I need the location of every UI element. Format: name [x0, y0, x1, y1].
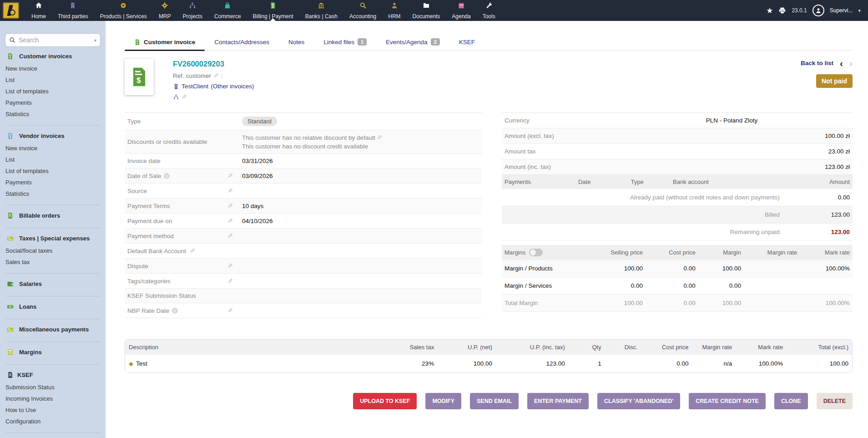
sidebar-item-submission-status[interactable]: Submission Status	[0, 382, 106, 393]
sidebar-item-statistics[interactable]: Statistics	[0, 188, 106, 199]
sidebar-item-how-to-use[interactable]: How to Use	[0, 404, 106, 416]
tab-notes[interactable]: Notes	[279, 35, 314, 50]
pencil-icon[interactable]: ✎	[182, 93, 187, 101]
menu-mrp[interactable]: MRP	[153, 0, 177, 21]
menu-third-parties[interactable]: Third parties	[52, 0, 94, 21]
back-to-list-link[interactable]: Back to list	[801, 60, 833, 66]
sidebar-item-new-invoice[interactable]: New invoice	[0, 63, 106, 74]
detail-columns: Type Standard Discounts or credits avail…	[125, 112, 853, 318]
previous-record-icon[interactable]: ‹	[840, 60, 843, 66]
tab-customer-invoice[interactable]: $ Customer invoice	[125, 35, 205, 50]
menu-label: Banks | Cash	[305, 13, 338, 20]
enter-payment-button[interactable]: ENTER PAYMENT	[527, 393, 589, 409]
tab-linked-files[interactable]: Linked files1	[314, 35, 376, 50]
sidebar-item-list[interactable]: List	[0, 74, 106, 86]
menu-label: Home	[31, 13, 46, 20]
pencil-icon[interactable]: ✎	[227, 172, 233, 179]
margins-toggle[interactable]	[529, 249, 543, 256]
delete-button[interactable]: DELETE	[817, 393, 853, 409]
sidebar-search[interactable]: ▾	[5, 33, 101, 47]
menu-products-services[interactable]: Products | Services	[94, 0, 153, 21]
pencil-icon[interactable]: ✎	[227, 232, 233, 239]
menu-billing-payment[interactable]: $ Billing | Payment	[247, 0, 299, 21]
pencil-icon[interactable]: ✎	[213, 72, 219, 79]
info-icon: i	[172, 308, 178, 314]
other-invoices-link[interactable]: (Other invoices)	[211, 83, 254, 90]
send-email-button[interactable]: SEND EMAIL	[470, 393, 519, 409]
sidebar-section-ksef: KSEF Submission Status Incoming Invoices…	[0, 366, 106, 431]
sidebar-item-social-fiscal-taxes[interactable]: Social/fiscal taxes	[0, 245, 106, 256]
company-icon	[173, 83, 179, 90]
pencil-icon[interactable]: ✎	[227, 307, 233, 314]
ksef-icon	[7, 372, 14, 378]
svg-text:$: $	[272, 5, 274, 9]
sidebar-section-vendor-invoices: $ Vendor invoices New invoice List List …	[0, 127, 106, 203]
search-dropdown-caret[interactable]: ▾	[94, 38, 96, 43]
menu-tools[interactable]: Tools	[477, 0, 501, 21]
menu-home[interactable]: Home	[25, 0, 52, 21]
sidebar-title-loans[interactable]: 0 Loans	[0, 300, 106, 313]
pencil-icon[interactable]: ✎	[227, 202, 233, 209]
thirdparty-link[interactable]: TestClient	[182, 83, 208, 90]
menu-banks-cash[interactable]: Banks | Cash	[299, 0, 343, 21]
sidebar-title-misc-payments[interactable]: Miscellaneous payments	[0, 323, 106, 336]
user-name[interactable]: Supervi...	[830, 7, 853, 14]
pencil-icon[interactable]: ✎	[227, 217, 233, 224]
tab-label: KSEF	[459, 39, 475, 46]
sidebar-title-salaries[interactable]: Salaries	[0, 277, 106, 290]
tab-events-agenda[interactable]: Events/Agenda2	[376, 35, 449, 50]
user-avatar[interactable]	[812, 5, 824, 16]
sidebar-item-list-of-templates[interactable]: List of templates	[0, 86, 106, 97]
tab-bar: $ Customer invoice Contacts/Addresses No…	[125, 35, 853, 51]
upload-to-ksef-button[interactable]: UPLOAD TO KSEF	[353, 393, 417, 409]
menu-label: Commerce	[214, 13, 241, 20]
menu-label: Projects	[183, 13, 202, 20]
app-logo[interactable]	[3, 2, 19, 19]
sidebar-title-margins[interactable]: Margins	[0, 346, 106, 359]
invoice-thumbnail[interactable]: $	[125, 59, 154, 95]
pencil-icon[interactable]: ✎	[377, 134, 382, 141]
sidebar-title-customer-invoices[interactable]: $ Customer invoices	[0, 50, 106, 63]
sidebar-title-billable-orders[interactable]: Billable orders	[0, 209, 106, 222]
sidebar-item-list-of-templates[interactable]: List of templates	[0, 165, 106, 177]
sidebar-item-payments[interactable]: Payments	[0, 177, 106, 188]
tab-contacts-addresses[interactable]: Contacts/Addresses	[205, 35, 279, 50]
menu-commerce[interactable]: Commerce	[208, 0, 247, 21]
tab-ksef[interactable]: KSEF	[449, 35, 484, 50]
billable-orders-icon	[7, 212, 14, 219]
chevron-down-icon[interactable]: ▾	[858, 8, 861, 14]
sidebar-title-taxes[interactable]: Taxes | Special expenses	[0, 232, 106, 245]
topbar-right: ★ 23.0.1 Supervi... ▾	[766, 5, 868, 16]
sidebar-title-ksef[interactable]: KSEF	[0, 368, 106, 382]
sidebar-title-vendor-invoices[interactable]: $ Vendor invoices	[0, 129, 106, 143]
create-credit-note-button[interactable]: CREATE CREDIT NOTE	[689, 393, 766, 409]
sidebar-item-configuration[interactable]: Configuration	[0, 416, 106, 427]
field-row-invoice-date: Invoice date 03/31/2026	[125, 154, 482, 168]
menu-accounting[interactable]: Accounting	[343, 0, 382, 21]
bookmarks-icon[interactable]: ★	[766, 6, 773, 15]
pencil-icon[interactable]: ✎	[227, 262, 233, 270]
sidebar-item-sales-tax[interactable]: Sales tax	[0, 256, 106, 268]
invoice-banner: $ FV2600029203 Ref. customer ✎ : TestCli…	[125, 59, 853, 101]
print-icon[interactable]	[778, 7, 786, 15]
modify-button[interactable]: MODIFY	[425, 393, 461, 409]
menu-documents[interactable]: Documents	[407, 0, 446, 21]
project-icon[interactable]	[173, 94, 179, 100]
sidebar-item-payments[interactable]: Payments	[0, 97, 106, 108]
sidebar-item-new-invoice[interactable]: New invoice	[0, 143, 106, 154]
pencil-icon[interactable]: ✎	[190, 247, 195, 255]
classify-abandoned-button[interactable]: CLASSIFY 'ABANDONED'	[597, 393, 680, 409]
clone-button[interactable]: CLONE	[774, 393, 808, 409]
sidebar-item-list[interactable]: List	[0, 154, 106, 165]
menu-agenda[interactable]: Agenda	[446, 0, 476, 21]
search-input[interactable]	[19, 36, 91, 44]
ref-customer-label: Ref. customer	[173, 72, 211, 79]
pencil-icon[interactable]: ✎	[227, 277, 233, 285]
pencil-icon[interactable]: ✎	[227, 187, 233, 194]
product-link[interactable]: Test	[136, 360, 147, 367]
sidebar-section-loans: 0 Loans	[0, 297, 106, 317]
menu-hrm[interactable]: HRM	[382, 0, 406, 21]
sidebar-item-statistics[interactable]: Statistics	[0, 108, 106, 120]
menu-projects[interactable]: Projects	[177, 0, 208, 21]
sidebar-item-incoming-invoices[interactable]: Incoming Invoices	[0, 393, 106, 404]
